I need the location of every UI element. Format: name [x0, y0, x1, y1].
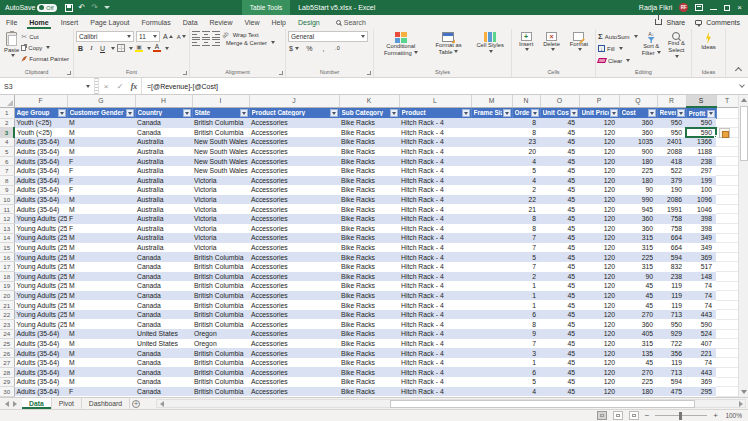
- cell-M10[interactable]: [471, 195, 512, 205]
- cell-H17[interactable]: Canada: [135, 262, 192, 272]
- cell-S14[interactable]: 349: [686, 233, 716, 243]
- cell-M15[interactable]: [471, 243, 512, 253]
- cell-K6[interactable]: Bike Racks: [339, 156, 399, 166]
- new-sheet-button[interactable]: +: [130, 398, 142, 409]
- cell-J22[interactable]: Accessories: [249, 310, 339, 320]
- cell-I6[interactable]: New South Wales: [192, 156, 249, 166]
- cell-O14[interactable]: 45: [540, 233, 579, 243]
- formula-input[interactable]: =[@Revenue]-[@Cost]: [141, 78, 736, 94]
- cell-K8[interactable]: Bike Racks: [339, 176, 399, 186]
- row-header-14[interactable]: 14: [0, 233, 14, 243]
- cell-S12[interactable]: 398: [686, 214, 716, 224]
- cell-M4[interactable]: [471, 137, 512, 147]
- row-header-13[interactable]: 13: [0, 224, 14, 234]
- cell-S6[interactable]: 238: [686, 156, 716, 166]
- redo-icon[interactable]: ↷: [91, 4, 98, 12]
- cell-I21[interactable]: British Columbia: [192, 300, 249, 310]
- cell-G5[interactable]: M: [67, 147, 135, 157]
- tab-view[interactable]: View: [239, 15, 266, 29]
- cell-N29[interactable]: 5: [512, 377, 540, 387]
- find-select-button[interactable]: Find & Select: [664, 31, 689, 61]
- cell-Q14[interactable]: 315: [619, 233, 657, 243]
- row-header-28[interactable]: 28: [0, 367, 14, 377]
- cell-H9[interactable]: Australia: [135, 185, 192, 195]
- cell-F30[interactable]: Adults (35-64): [14, 387, 67, 397]
- cell-I16[interactable]: British Columbia: [192, 252, 249, 262]
- table-header-product[interactable]: Product: [399, 107, 471, 118]
- row-header-5[interactable]: 5: [0, 147, 14, 157]
- cell-K11[interactable]: Bike Racks: [339, 204, 399, 214]
- cell-R20[interactable]: 119: [657, 291, 686, 301]
- cell-G8[interactable]: F: [67, 176, 135, 186]
- cell-T16[interactable]: [716, 252, 738, 262]
- cell-L10[interactable]: Hitch Rack - 4: [399, 195, 471, 205]
- cell-M8[interactable]: [471, 176, 512, 186]
- cell-J8[interactable]: Accessories: [249, 176, 339, 186]
- cell-P11[interactable]: 120: [579, 204, 619, 214]
- cell-P27[interactable]: 120: [579, 358, 619, 368]
- cell-F24[interactable]: Adults (35-64): [14, 329, 67, 339]
- cell-J14[interactable]: Accessories: [249, 233, 339, 243]
- cell-P28[interactable]: 120: [579, 367, 619, 377]
- cell-T22[interactable]: [716, 310, 738, 320]
- scroll-up-icon[interactable]: [739, 95, 748, 105]
- minimize-icon[interactable]: [710, 9, 717, 10]
- cell-R5[interactable]: 2088: [657, 147, 686, 157]
- cell-I3[interactable]: British Columbia: [192, 128, 249, 138]
- sort-filter-button[interactable]: A↓ Sort & Filter: [639, 31, 664, 57]
- cell-F10[interactable]: Adults (35-64): [14, 195, 67, 205]
- cell-O10[interactable]: 45: [540, 195, 579, 205]
- cell-Q4[interactable]: 1035: [619, 137, 657, 147]
- cell-O4[interactable]: 45: [540, 137, 579, 147]
- cell-O27[interactable]: 45: [540, 358, 579, 368]
- tab-page-layout[interactable]: Page Layout: [84, 15, 135, 29]
- cell-T24[interactable]: [716, 329, 738, 339]
- borders-icon[interactable]: [117, 44, 125, 52]
- cell-L25[interactable]: Hitch Rack - 4: [399, 339, 471, 349]
- cell-H23[interactable]: Canada: [135, 319, 192, 329]
- cell-G17[interactable]: M: [67, 262, 135, 272]
- cell-R24[interactable]: 929: [657, 329, 686, 339]
- cell-M14[interactable]: [471, 233, 512, 243]
- cell-M21[interactable]: [471, 300, 512, 310]
- cell-H6[interactable]: Australia: [135, 156, 192, 166]
- cell-L28[interactable]: Hitch Rack - 4: [399, 367, 471, 377]
- cell-H15[interactable]: Australia: [135, 243, 192, 253]
- cell-K28[interactable]: Bike Racks: [339, 367, 399, 377]
- cell-K19[interactable]: Bike Racks: [339, 281, 399, 291]
- cell-R29[interactable]: 594: [657, 377, 686, 387]
- cell-I24[interactable]: Oregon: [192, 329, 249, 339]
- cell-S22[interactable]: 443: [686, 310, 716, 320]
- cell-R16[interactable]: 594: [657, 252, 686, 262]
- cell-J6[interactable]: Accessories: [249, 156, 339, 166]
- increase-font-size-icon[interactable]: A: [162, 32, 174, 42]
- cell-P26[interactable]: 120: [579, 348, 619, 358]
- cell-K13[interactable]: Bike Racks: [339, 224, 399, 234]
- cell-R3[interactable]: 950: [657, 128, 686, 138]
- row-header-23[interactable]: 23: [0, 319, 14, 329]
- cell-L17[interactable]: Hitch Rack - 4: [399, 262, 471, 272]
- column-header-H[interactable]: H: [135, 95, 192, 107]
- cell-R27[interactable]: 119: [657, 358, 686, 368]
- decrease-font-size-icon[interactable]: A: [176, 32, 187, 42]
- cell-G25[interactable]: M: [67, 339, 135, 349]
- cell-O7[interactable]: 45: [540, 166, 579, 176]
- cell-L14[interactable]: Hitch Rack - 4: [399, 233, 471, 243]
- cell-O8[interactable]: 45: [540, 176, 579, 186]
- maximize-icon[interactable]: [724, 5, 730, 11]
- column-header-F[interactable]: F: [14, 95, 67, 107]
- cell-J17[interactable]: Accessories: [249, 262, 339, 272]
- row-header-9[interactable]: 9: [0, 185, 14, 195]
- cell-L9[interactable]: Hitch Rack - 4: [399, 185, 471, 195]
- font-family-select[interactable]: Calibri: [76, 31, 134, 42]
- cell-R22[interactable]: 713: [657, 310, 686, 320]
- cell-F16[interactable]: Young Adults (25-3: [14, 252, 67, 262]
- cell-R10[interactable]: 2086: [657, 195, 686, 205]
- cell-P7[interactable]: 120: [579, 166, 619, 176]
- cell-M23[interactable]: [471, 319, 512, 329]
- filter-icon[interactable]: [240, 109, 248, 117]
- cell-I15[interactable]: Victoria: [192, 243, 249, 253]
- cell-L30[interactable]: Hitch Rack - 4: [399, 387, 471, 397]
- cell-N22[interactable]: 6: [512, 310, 540, 320]
- table-header-profit[interactable]: Profit: [686, 107, 716, 118]
